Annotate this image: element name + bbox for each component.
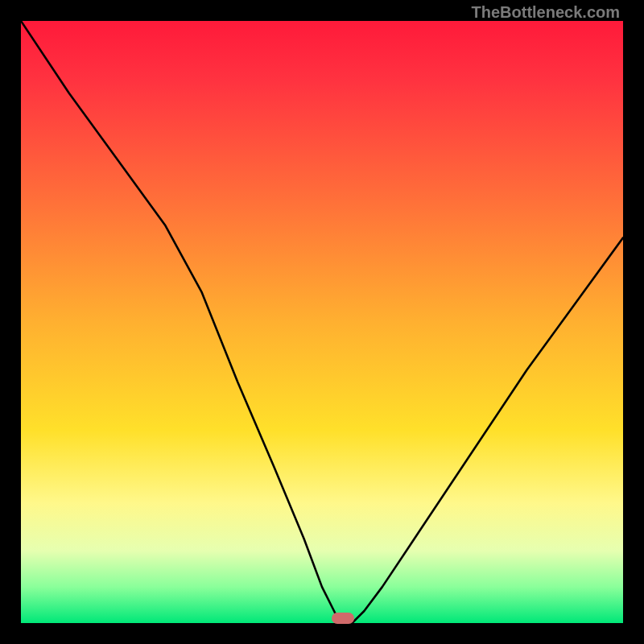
bottleneck-curve — [21, 21, 623, 623]
attribution-text: TheBottleneck.com — [472, 3, 620, 22]
chart-stage: TheBottleneck.com — [0, 0, 644, 644]
plot-area — [21, 21, 623, 623]
optimal-point-marker — [332, 613, 354, 624]
curve-path — [21, 21, 623, 623]
